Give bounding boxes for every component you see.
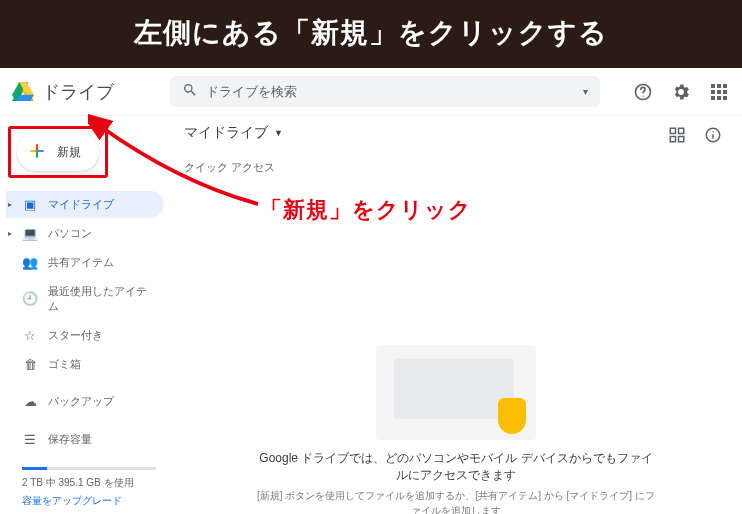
callout-text: 「新規」をクリック <box>260 195 472 225</box>
svg-point-11 <box>712 131 714 133</box>
sidebar-item-label: ゴミ箱 <box>48 357 81 372</box>
storage-upgrade-link[interactable]: 容量をアップグレード <box>22 494 156 508</box>
computers-icon: 💻 <box>22 226 38 241</box>
drive-logo[interactable]: ドライブ <box>12 80 162 104</box>
sidebar-item-label: スター付き <box>48 328 103 343</box>
shared-icon: 👥 <box>22 255 38 270</box>
recent-icon: 🕘 <box>22 291 38 306</box>
info-icon[interactable] <box>702 124 724 146</box>
plus-icon <box>27 141 47 163</box>
storage-meter: 2 TB 中 395.1 GB を使用 容量をアップグレード <box>6 455 164 514</box>
sidebar-item-label: パソコン <box>48 226 92 241</box>
breadcrumb[interactable]: マイドライブ ▼ <box>184 124 728 142</box>
search-options-caret-icon[interactable]: ▾ <box>583 86 588 97</box>
drive-logo-text: ドライブ <box>42 80 114 104</box>
search-input[interactable]: ドライブを検索 <box>206 83 575 101</box>
expand-icon[interactable]: ▸ <box>8 200 12 209</box>
sidebar-item-recent[interactable]: 🕘 最近使用したアイテム <box>6 278 164 320</box>
star-icon: ☆ <box>22 328 38 343</box>
empty-state: Google ドライブでは、どのパソコンやモバイル デバイスからでもファイルにア… <box>184 345 728 514</box>
settings-gear-icon[interactable] <box>670 81 692 103</box>
sidebar-item-trash[interactable]: 🗑 ゴミ箱 <box>6 351 164 378</box>
sidebar-item-backups[interactable]: ☁ バックアップ <box>6 388 164 415</box>
quick-access-label: クイック アクセス <box>184 160 728 175</box>
topbar: ドライブ ドライブを検索 ▾ <box>0 68 742 116</box>
svg-rect-5 <box>670 128 675 133</box>
mydrive-icon: ▣ <box>22 197 38 212</box>
sidebar-item-storage[interactable]: ☰ 保存容量 <box>6 426 164 453</box>
sidebar-item-computers[interactable]: ▸ 💻 パソコン <box>6 220 164 247</box>
sidebar-item-label: 共有アイテム <box>48 255 114 270</box>
view-toggle <box>666 124 724 146</box>
new-button[interactable]: 新規 <box>17 133 99 171</box>
expand-icon[interactable]: ▸ <box>8 229 12 238</box>
search-icon <box>182 82 198 101</box>
search-bar[interactable]: ドライブを検索 ▾ <box>170 76 600 107</box>
drive-logo-icon <box>12 82 34 102</box>
empty-secondary-text: [新規] ボタンを使用してファイルを追加するか、[共有アイテム] から [マイド… <box>184 488 728 514</box>
content-pane: マイドライブ ▼ クイック アクセス Google ドライブでは、どのパソコンや… <box>170 116 742 514</box>
storage-usage-text: 2 TB 中 395.1 GB を使用 <box>22 476 156 490</box>
trash-icon: 🗑 <box>22 357 38 372</box>
new-button-highlight: 新規 <box>8 126 108 178</box>
empty-illustration <box>376 345 536 440</box>
empty-primary-text: Google ドライブでは、どのパソコンやモバイル デバイスからでもファイルにア… <box>184 450 728 484</box>
storage-bar <box>22 467 156 470</box>
grid-view-icon[interactable] <box>666 124 688 146</box>
help-icon[interactable] <box>632 81 654 103</box>
sidebar-item-label: 最近使用したアイテム <box>48 284 156 314</box>
svg-rect-8 <box>679 137 684 142</box>
sidebar-item-label: 保存容量 <box>48 432 92 447</box>
svg-rect-7 <box>670 137 675 142</box>
top-actions <box>632 81 730 103</box>
sidebar-item-shared[interactable]: 👥 共有アイテム <box>6 249 164 276</box>
breadcrumb-caret-icon[interactable]: ▼ <box>274 128 283 138</box>
storage-icon: ☰ <box>22 432 38 447</box>
backup-icon: ☁ <box>22 394 38 409</box>
sidebar-item-mydrive[interactable]: ▸ ▣ マイドライブ <box>6 191 164 218</box>
sidebar-item-label: バックアップ <box>48 394 114 409</box>
instruction-banner: 左側にある「新規」をクリックする <box>0 0 742 68</box>
main-area: 新規 ▸ ▣ マイドライブ ▸ 💻 パソコン 👥 共有アイテム 🕘 <box>0 116 742 514</box>
sidebar-item-label: マイドライブ <box>48 197 114 212</box>
svg-point-4 <box>642 95 643 96</box>
apps-grid-icon[interactable] <box>708 81 730 103</box>
svg-rect-6 <box>679 128 684 133</box>
breadcrumb-label: マイドライブ <box>184 124 268 142</box>
sidebar-item-starred[interactable]: ☆ スター付き <box>6 322 164 349</box>
drive-app: ドライブ ドライブを検索 ▾ <box>0 68 742 514</box>
new-button-label: 新規 <box>57 144 81 161</box>
sidebar: 新規 ▸ ▣ マイドライブ ▸ 💻 パソコン 👥 共有アイテム 🕘 <box>0 116 170 514</box>
